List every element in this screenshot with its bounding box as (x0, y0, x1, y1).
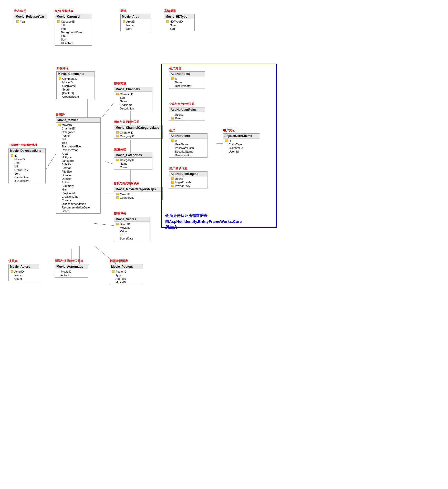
field-name: HDType (62, 156, 72, 159)
table-categories-body: 🔑 CategoryID Name Count (114, 158, 152, 169)
table-row: HDType (56, 155, 100, 159)
field-name: HDTypeID (170, 20, 183, 23)
table-row: UserName (57, 84, 95, 88)
label-channelcategorymaps: 频道与分类映射关系 (114, 120, 139, 124)
label-releaseYear: 发布年份 (14, 9, 26, 13)
blue-label-line3: 所生成 (165, 224, 273, 230)
field-name: CreationDate (62, 95, 79, 98)
table-row: 🔑 ActorID (9, 270, 39, 273)
field-name: MovieID (120, 226, 130, 229)
field-name: MovieID (62, 81, 72, 84)
field-name: Name (120, 100, 127, 103)
table-categories: Movie_Categories 🔑 CategoryID Name Count (114, 153, 152, 170)
field-name: CategoryID (120, 135, 134, 138)
table-row: 🔑 CarouselID (55, 20, 92, 23)
table-row: Sort (9, 172, 45, 175)
table-releaseYear-header: Movie_ReleaseYear (14, 14, 47, 19)
table-row: [Content] (57, 91, 95, 95)
field-name: OnlinePlay (14, 168, 28, 172)
table-row: Name (9, 273, 39, 277)
blue-label-line2: 由AspNet.Identity.EntityFrameWorks.Core (165, 219, 273, 225)
field-name: BackgroundColor (61, 31, 83, 34)
field-name: ChannelID (120, 93, 133, 96)
label-scores: 影视评分 (114, 212, 126, 216)
field-name: Address (116, 277, 126, 280)
table-row: Format (56, 166, 100, 170)
field-name: TranslationTitle (62, 145, 81, 148)
label-downloadurls: 下载地址/剧集播放地址 (8, 143, 37, 147)
table-row: ChannelID (56, 127, 100, 130)
pk-icon: 🔑 (57, 20, 60, 23)
table-downloadurls-body: 🔑 ID MovieID Title Url OnlinePlay So (9, 153, 45, 183)
table-hdtype-header: Movie_HDType (164, 14, 194, 19)
table-row: Title (9, 161, 45, 165)
table-row: ScoreDate (114, 237, 150, 240)
table-row: IsQuoteSWF (9, 179, 45, 183)
pk-icon: 🔑 (123, 20, 125, 23)
diagram-container: 发布年份 Movie_ReleaseYear 🔑 Year 幻灯片数据表 Mov… (0, 0, 448, 489)
field-name: Year (20, 20, 26, 23)
field-name: Title (61, 24, 66, 27)
pk-icon: 🔑 (11, 154, 13, 157)
table-row: TranslationTitle (56, 145, 100, 148)
table-row: Score (56, 209, 100, 213)
table-actors-header: Movie_Actors (9, 264, 39, 269)
table-carousel-body: 🔑 CarouselID Title Img BackgroundColor L… (55, 19, 92, 45)
field-name: AreaID (126, 20, 135, 23)
field-name: Type (116, 274, 122, 277)
table-row: MovieID (55, 270, 88, 273)
field-name: MovieID (120, 193, 130, 196)
table-row: IP (114, 233, 150, 237)
pk-icon: 🔑 (116, 159, 119, 161)
table-posters-body: 🔑 PosterID Type Address MovieID (110, 269, 143, 285)
table-row: 🔑 ChannelID (114, 92, 152, 96)
table-row: Address (110, 277, 143, 281)
table-row: Area (56, 152, 100, 155)
field-name: CreateDate (14, 176, 29, 179)
field-name: Poster (62, 134, 70, 137)
table-row: EngName (114, 103, 152, 107)
table-moviecategorymaps: Movie_MovieCategoryMaps 🔑 MovieID 🔑 Cate… (114, 187, 163, 200)
table-actors-body: 🔑 ActorID Name Count (9, 269, 39, 281)
table-row: IsEnabled (55, 41, 92, 45)
table-channels-header: Movie_Channels (114, 87, 152, 92)
table-row: Count (114, 165, 152, 169)
table-row: MovieID (9, 157, 45, 161)
table-row: 🔑 CommentID (57, 77, 95, 81)
field-name: Area (62, 152, 68, 155)
field-name: IsRecommendation (62, 202, 86, 205)
table-row: PlayCount (56, 191, 100, 195)
table-row: Categories (56, 130, 100, 134)
table-row: 🔑 CategoryID (114, 134, 162, 138)
field-name: ScoreDate (120, 237, 133, 240)
table-row: Name (114, 99, 152, 103)
table-moviecategorymaps-header: Movie_MovieCategoryMaps (114, 187, 162, 192)
field-name: ReleaseYear (62, 148, 78, 152)
field-name: Description (120, 107, 134, 110)
pk-icon: 🔑 (166, 20, 169, 23)
table-row: 🔑 MovieID (56, 123, 100, 127)
table-comments: Movie_Comments 🔑 CommentID MovieID UserN… (56, 71, 95, 99)
table-row: Name (164, 23, 194, 27)
table-row: Language (56, 159, 100, 163)
table-posters-header: Movie_Posters (110, 264, 143, 269)
table-row: Director (56, 177, 100, 181)
label-channels: 影视频道 (114, 82, 126, 86)
table-row: Name (121, 23, 151, 27)
table-area-header: Movie_Area (121, 14, 151, 19)
pk-icon: 🔑 (116, 193, 119, 195)
field-name: EngName (120, 103, 132, 106)
table-row: Score (57, 88, 95, 91)
table-row: Hits (56, 188, 100, 191)
table-row: 🔑 PosterID (110, 270, 143, 273)
table-row: Count (9, 277, 39, 281)
field-name: Actors (62, 181, 70, 184)
table-row: CreationDate (57, 95, 95, 98)
field-name: ChannelID (120, 131, 133, 134)
table-actormaps-header: Movie_Actormaps (55, 264, 88, 269)
field-name: Score (62, 88, 70, 91)
table-row: Summary (56, 184, 100, 188)
field-name: Value (120, 230, 127, 233)
pk-icon: 🔑 (112, 270, 114, 273)
field-name: Count (14, 277, 22, 280)
